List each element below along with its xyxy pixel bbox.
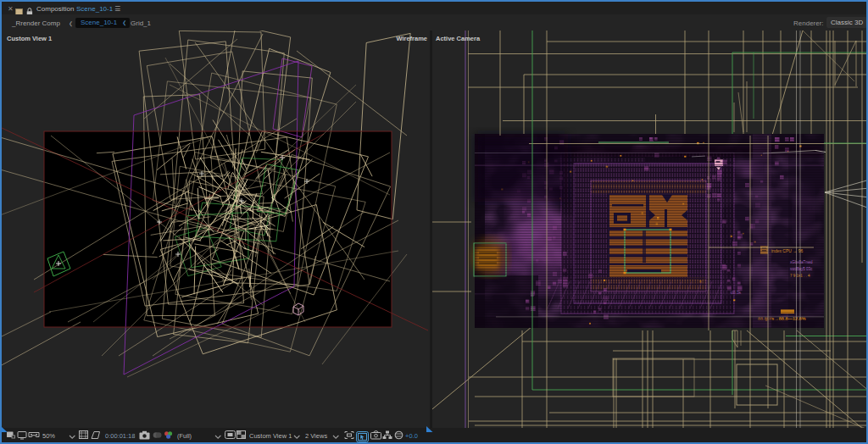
svg-text:Wireframe: Wireframe	[396, 35, 427, 42]
svg-text:Active Camera: Active Camera	[436, 35, 481, 42]
svg-text:Custom View 1: Custom View 1	[7, 35, 52, 42]
